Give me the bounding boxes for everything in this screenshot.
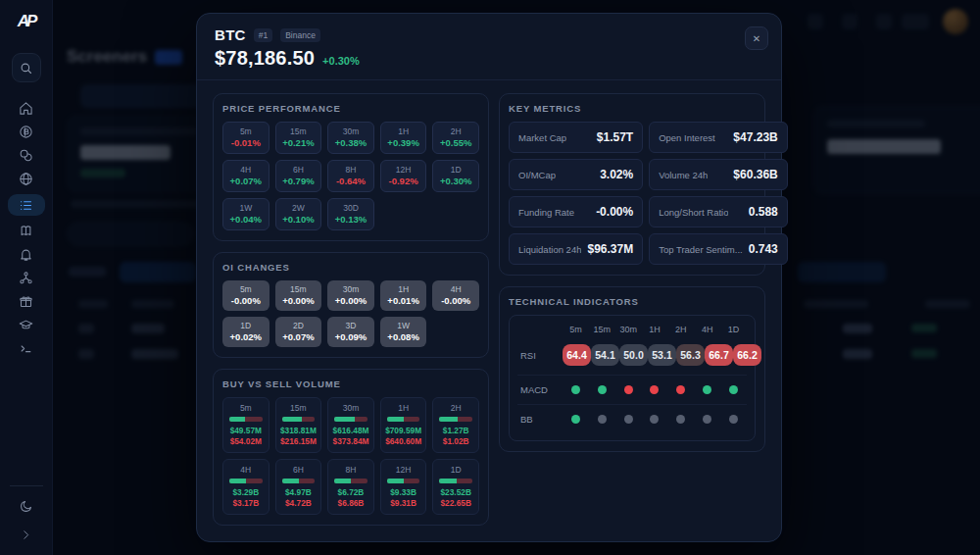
macd-row-label: MACD bbox=[517, 384, 548, 395]
bb-signal-dot bbox=[571, 415, 580, 424]
bb-signal-dot bbox=[729, 415, 738, 424]
sidebar-item-explore[interactable] bbox=[8, 171, 45, 187]
price-performance-cell: 2H+0.55% bbox=[432, 122, 479, 154]
search-button[interactable] bbox=[12, 53, 41, 82]
sidebar-item-alerts[interactable] bbox=[8, 246, 45, 263]
sidebar-item-academy[interactable] bbox=[8, 317, 45, 333]
buy-sell-cell: 5m$49.57M$54.02M bbox=[222, 397, 270, 453]
price-performance-section: PRICE PERFORMANCE 5m-0.01% 15m+0.21% 30m… bbox=[213, 93, 489, 241]
price-performance-cell: 6H+0.79% bbox=[275, 160, 322, 192]
close-button[interactable]: ✕ bbox=[745, 26, 768, 50]
sidebar-item-markets[interactable] bbox=[8, 147, 45, 164]
timeframe-column: 4H bbox=[702, 325, 713, 334]
section-title: OI CHANGES bbox=[222, 262, 479, 273]
oi-change-cell: 1D+0.02% bbox=[222, 317, 270, 347]
timeframe-column: 1D bbox=[728, 325, 740, 334]
oi-changes-section: OI CHANGES 5m-0.00% 15m+0.00% 30m+0.00% … bbox=[213, 252, 489, 358]
sidebar-collapse-button[interactable] bbox=[8, 527, 45, 543]
terminal-icon bbox=[19, 341, 33, 356]
sidebar: AP bbox=[0, 0, 53, 555]
bell-icon bbox=[19, 247, 33, 262]
bb-signal-dot bbox=[598, 415, 607, 424]
section-title: KEY METRICS bbox=[509, 103, 756, 114]
oi-change-cell: 2D+0.07% bbox=[275, 317, 322, 347]
oi-change-cell: 15m+0.00% bbox=[275, 280, 322, 311]
macd-signal-dot bbox=[571, 385, 580, 394]
macd-signal-dot bbox=[676, 385, 685, 394]
org-icon bbox=[19, 271, 33, 285]
book-icon bbox=[19, 224, 33, 238]
buy-sell-cell: 1D$23.52B$22.65B bbox=[432, 459, 479, 515]
timeframe-column: 1H bbox=[649, 325, 661, 334]
close-icon: ✕ bbox=[753, 33, 760, 44]
metric-card: Market Cap$1.57T bbox=[509, 122, 643, 153]
exchange-badge: Binance bbox=[280, 28, 320, 42]
oi-change-cell: 1W+0.08% bbox=[380, 317, 427, 347]
buy-sell-ratio-bar bbox=[334, 417, 368, 422]
key-metrics-section: KEY METRICS Market Cap$1.57T Open Intere… bbox=[499, 93, 765, 276]
macd-signal-dot bbox=[703, 385, 711, 394]
home-icon bbox=[19, 101, 33, 116]
buy-sell-volume-section: BUY VS SELL VOLUME 5m$49.57M$54.02M 15m$… bbox=[213, 369, 489, 526]
globe-icon bbox=[19, 172, 33, 186]
coins-icon bbox=[19, 148, 33, 163]
metric-card: Liquidation 24h$96.37M bbox=[509, 233, 643, 265]
price-performance-cell: 12H-0.92% bbox=[380, 160, 427, 192]
search-icon bbox=[19, 61, 33, 76]
buy-sell-ratio-bar bbox=[439, 479, 472, 483]
sidebar-item-screeners[interactable] bbox=[8, 194, 45, 216]
chevron-right-icon bbox=[20, 529, 32, 541]
buy-sell-cell: 15m$318.81M$216.15M bbox=[275, 397, 322, 453]
bb-signal-dot bbox=[676, 415, 685, 424]
timeframe-column: 15m bbox=[594, 325, 612, 334]
buy-sell-ratio-bar bbox=[229, 417, 263, 422]
metric-card: Open Interest$47.23B bbox=[649, 122, 788, 153]
macd-signal-dot bbox=[598, 385, 607, 394]
bb-signal-dot bbox=[624, 415, 633, 424]
price-performance-cell: 1D+0.30% bbox=[432, 160, 479, 192]
timeframe-column: 2H bbox=[675, 325, 687, 334]
bitcoin-icon bbox=[19, 125, 33, 139]
rsi-value: 64.4 bbox=[563, 344, 591, 366]
buy-sell-cell: 1H$709.59M$640.60M bbox=[380, 397, 427, 453]
sidebar-item-coins[interactable] bbox=[8, 124, 45, 140]
buy-sell-ratio-bar bbox=[282, 417, 316, 422]
buy-sell-cell: 4H$3.29B$3.17B bbox=[222, 459, 270, 515]
bb-signal-dot bbox=[703, 415, 711, 424]
sidebar-item-docs[interactable] bbox=[8, 223, 45, 239]
buy-sell-cell: 2H$1.27B$1.02B bbox=[432, 397, 479, 453]
sidebar-item-rewards[interactable] bbox=[8, 293, 45, 310]
technical-indicators-section: TECHNICAL INDICATORS 5m 15m 30m 1H 2H 4H… bbox=[499, 286, 765, 452]
bb-row-label: BB bbox=[517, 414, 533, 425]
price-performance-cell: 4H+0.07% bbox=[222, 160, 270, 192]
sidebar-item-home[interactable] bbox=[8, 100, 45, 117]
buy-sell-ratio-bar bbox=[387, 479, 420, 483]
buy-sell-ratio-bar bbox=[439, 417, 472, 422]
buy-sell-cell: 12H$9.33B$9.31B bbox=[380, 459, 427, 515]
bb-signal-dot bbox=[650, 415, 659, 424]
section-title: BUY VS SELL VOLUME bbox=[222, 378, 479, 389]
sidebar-item-network[interactable] bbox=[8, 270, 45, 286]
rsi-value: 66.7 bbox=[705, 344, 733, 366]
asset-symbol: BTC bbox=[215, 26, 246, 43]
theme-toggle[interactable] bbox=[8, 498, 45, 515]
graduation-cap-icon bbox=[19, 318, 33, 332]
price-performance-cell: 2W+0.10% bbox=[275, 198, 322, 230]
buy-sell-cell: 30m$616.48M$373.84M bbox=[327, 397, 374, 453]
buy-sell-cell: 6H$4.97B$4.72B bbox=[275, 459, 322, 515]
buy-sell-ratio-bar bbox=[229, 479, 263, 483]
price-performance-cell: 5m-0.01% bbox=[222, 122, 270, 154]
oi-change-cell: 30m+0.00% bbox=[327, 280, 374, 311]
metric-card: Long/Short Ratio0.588 bbox=[649, 196, 788, 227]
macd-signal-dot bbox=[729, 385, 738, 394]
oi-change-cell: 5m-0.00% bbox=[222, 280, 270, 311]
list-icon bbox=[19, 198, 33, 213]
rsi-value: 53.1 bbox=[648, 344, 676, 366]
buy-sell-ratio-bar bbox=[282, 479, 316, 483]
sidebar-item-api[interactable] bbox=[8, 340, 45, 357]
macd-signal-dot bbox=[650, 385, 659, 394]
rsi-value: 54.1 bbox=[591, 344, 619, 366]
gift-icon bbox=[19, 294, 33, 309]
metric-card: Volume 24h$60.36B bbox=[649, 159, 788, 190]
asset-price: $78,186.50 bbox=[215, 47, 315, 70]
